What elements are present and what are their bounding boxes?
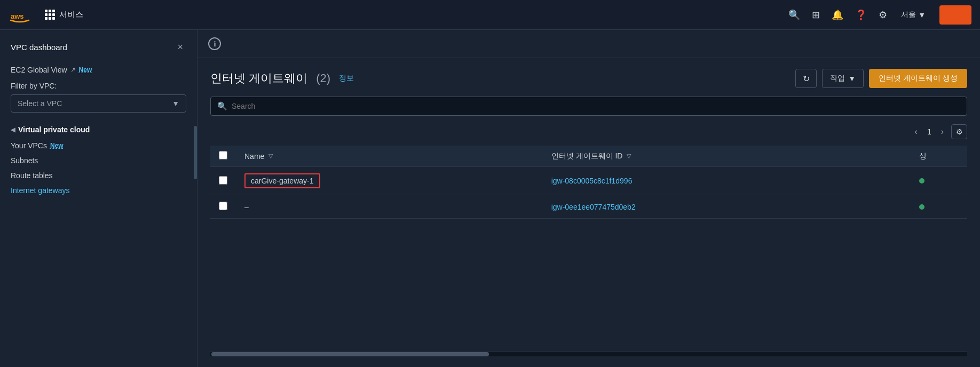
new-badge: New: [79, 66, 92, 74]
sidebar-item-ec2-global-view[interactable]: EC2 Global View ↗ New: [0, 62, 197, 77]
sidebar-item-route-tables[interactable]: Route tables: [0, 168, 197, 183]
chevron-left-icon: ◀: [11, 126, 15, 133]
igw-id-link[interactable]: igw-08c0005c8c1f1d996: [551, 177, 633, 185]
sidebar-item-internet-gateways[interactable]: Internet gateways: [0, 183, 197, 198]
search-icon: 🔍: [788, 9, 800, 21]
status-indicator: [919, 178, 924, 183]
search-button[interactable]: 🔍: [784, 5, 804, 25]
refresh-button[interactable]: ↻: [795, 69, 817, 88]
nav-icon-group: 🔍 ⊞ 🔔 ❓ ⚙ 서울 ▼: [784, 5, 971, 25]
content-header: 인터넷 게이트웨이 (2) 정보 ↻ 작업 ▼ 인터넷 게이트웨이 생성: [210, 69, 967, 88]
row-name-cell: –: [236, 195, 543, 219]
sidebar-header: VPC dashboard ×: [0, 41, 197, 62]
sidebar: VPC dashboard × EC2 Global View ↗ New Fi…: [0, 30, 197, 367]
notifications-button[interactable]: 🔔: [827, 5, 848, 25]
region-selector[interactable]: 서울 ▼: [895, 6, 932, 24]
sidebar-item-your-vpcs[interactable]: Your VPCs New: [0, 138, 197, 153]
bell-icon: 🔔: [832, 9, 843, 21]
info-bar: ℹ: [197, 30, 980, 58]
search-icon: 🔍: [217, 101, 227, 111]
table-container: Name ▽ 인터넷 게이트웨이 ID ▽: [210, 146, 967, 351]
table-header-row: Name ▽ 인터넷 게이트웨이 ID ▽: [210, 146, 967, 167]
sidebar-item-label: EC2 Global View: [11, 66, 67, 74]
header-status: 상: [911, 146, 967, 167]
pagination: ‹ 1 ›: [912, 126, 947, 138]
scrollbar-thumb[interactable]: [211, 352, 489, 356]
horizontal-scrollbar[interactable]: [210, 351, 967, 356]
page-number: 1: [923, 126, 936, 137]
sidebar-item-label: Subnets: [11, 156, 38, 165]
header-igw-id[interactable]: 인터넷 게이트웨이 ID ▽: [543, 146, 911, 167]
next-page-button[interactable]: ›: [938, 126, 947, 138]
search-input[interactable]: [232, 102, 960, 110]
cloudshell-button[interactable]: ⊞: [808, 5, 824, 25]
info-icon-button[interactable]: ℹ: [208, 37, 221, 50]
sidebar-scrollbar: [194, 126, 197, 179]
vpc-select-dropdown[interactable]: Select a VPC ▼: [11, 94, 186, 113]
vpc-select-placeholder: Select a VPC: [18, 99, 62, 108]
top-navigation: aws 서비스 🔍 ⊞ 🔔 ❓ ⚙ 서울 ▼: [0, 0, 980, 30]
region-label: 서울: [901, 10, 916, 20]
prev-page-button[interactable]: ‹: [912, 126, 921, 138]
row-status-cell: [911, 195, 967, 219]
grid-icon: [45, 10, 55, 20]
header-name[interactable]: Name ▽: [236, 146, 543, 167]
sidebar-section-vpc[interactable]: ◀ Virtual private cloud: [0, 121, 197, 138]
sort-icon: ▽: [268, 153, 273, 159]
row-name-cell: carGive-gateway-1: [236, 167, 543, 195]
row-igw-id-cell: igw-0ee1ee077475d0eb2: [543, 195, 911, 219]
create-btn-label: 인터넷 게이트웨이 생성: [879, 74, 958, 82]
sort-icon-id: ▽: [627, 153, 631, 159]
region-chevron: ▼: [918, 11, 926, 19]
section-label: Virtual private cloud: [18, 125, 90, 134]
header-status-label: 상: [919, 151, 927, 161]
refresh-icon: ↻: [803, 74, 810, 84]
search-bar: 🔍: [210, 97, 967, 116]
filter-section: Filter by VPC: Select a VPC ▼: [0, 77, 197, 121]
item-count: (2): [316, 71, 330, 85]
create-igw-button[interactable]: 인터넷 게이트웨이 생성: [869, 69, 967, 88]
row-checkbox[interactable]: [219, 202, 227, 210]
account-button[interactable]: [939, 5, 971, 25]
action-button[interactable]: 작업 ▼: [822, 69, 864, 88]
table-row: carGive-gateway-1 igw-08c0005c8c1f1d996: [210, 167, 967, 195]
services-button[interactable]: 서비스: [39, 6, 89, 23]
help-icon: ❓: [855, 9, 867, 21]
status-indicator: [919, 204, 924, 210]
services-label: 서비스: [59, 10, 83, 20]
sidebar-item-label: Internet gateways: [11, 186, 70, 195]
terminal-icon: ⊞: [812, 9, 820, 21]
help-button[interactable]: ❓: [851, 5, 871, 25]
row-checkbox[interactable]: [219, 176, 227, 185]
svg-text:aws: aws: [11, 12, 24, 20]
header-igw-id-label: 인터넷 게이트웨이 ID: [551, 151, 623, 161]
igw-table: Name ▽ 인터넷 게이트웨이 ID ▽: [210, 146, 967, 219]
select-all-checkbox[interactable]: [219, 151, 227, 159]
row-name-empty: –: [244, 203, 249, 211]
close-icon: ×: [177, 42, 183, 52]
page-title: 인터넷 게이트웨이: [210, 70, 307, 86]
sidebar-item-subnets[interactable]: Subnets: [0, 153, 197, 168]
settings-button[interactable]: ⚙: [874, 5, 891, 25]
sidebar-item-label: Your VPCs: [11, 141, 47, 150]
igw-id-link[interactable]: igw-0ee1ee077475d0eb2: [551, 203, 636, 211]
header-actions: ↻ 작업 ▼ 인터넷 게이트웨이 생성: [795, 69, 967, 88]
sidebar-close-button[interactable]: ×: [174, 41, 186, 54]
main-content: ℹ 인터넷 게이트웨이 (2) 정보 ↻ 작업 ▼: [197, 30, 980, 367]
table-row: – igw-0ee1ee077475d0eb2: [210, 195, 967, 219]
info-icon: ℹ: [214, 40, 216, 48]
header-checkbox-cell: [210, 146, 236, 167]
external-link-icon: ↗: [70, 66, 76, 74]
info-link[interactable]: 정보: [339, 74, 354, 83]
action-btn-label: 작업: [830, 74, 845, 83]
sidebar-title: VPC dashboard: [11, 43, 67, 52]
row-checkbox-cell: [210, 167, 236, 195]
column-settings-button[interactable]: ⚙: [951, 124, 967, 139]
row-status-cell: [911, 167, 967, 195]
aws-logo: aws: [9, 4, 31, 26]
sidebar-item-label: Route tables: [11, 171, 53, 180]
new-badge-vpcs: New: [50, 142, 64, 149]
table-controls: ‹ 1 › ⚙: [210, 124, 967, 139]
row-name-highlighted: carGive-gateway-1: [244, 173, 320, 188]
main-layout: VPC dashboard × EC2 Global View ↗ New Fi…: [0, 30, 980, 367]
